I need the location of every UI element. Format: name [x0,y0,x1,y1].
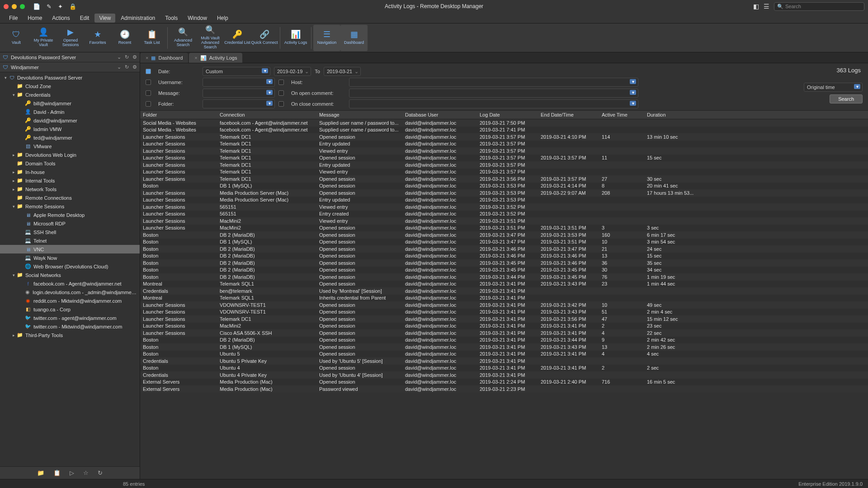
tree-item[interactable]: 🖥VNC [0,245,140,253]
log-row[interactable]: BostonDB 2 (MariaDB)Opened sessiondavid@… [140,267,868,274]
tree-item[interactable]: ▾📁Remote Sessions [0,202,140,211]
log-row[interactable]: BostonUbuntu 5Opened sessiondavid@windja… [140,351,868,358]
dropdown-icon[interactable]: ⌄ [117,54,121,60]
log-row[interactable]: BostonDB 1 (MySQL)Opened sessiondavid@wi… [140,239,868,246]
log-row[interactable]: Social Media - Websitesfacebook.com - Ag… [140,127,868,134]
footer-folder-icon[interactable]: 📁 [37,469,44,476]
tab-dashboard[interactable]: ×▦Dashboard [140,53,188,63]
menu-actions[interactable]: Actions [47,14,74,23]
log-row[interactable]: Launcher SessionsCisco ASA 5506-X SSHOpe… [140,329,868,337]
ribbon-navigation[interactable]: ☰Navigation [313,25,340,51]
tab-close-icon[interactable]: × [146,55,148,61]
ribbon-credential-list[interactable]: 🔑Credential List [224,25,251,51]
log-row[interactable]: MontrealTelemark SQL1Inherits credential… [140,295,868,302]
log-row[interactable]: Credentialsben@telemarkUsed by 'Montreal… [140,287,868,295]
host-field[interactable] [349,78,638,87]
log-row[interactable]: Launcher SessionsMedia Production Server… [140,189,868,197]
tree-twisty[interactable]: ▸ [11,333,16,338]
open-comment-checkbox[interactable] [278,90,284,96]
column-header[interactable]: Active Time [599,112,644,117]
ribbon-vault[interactable]: 🛡Vault [3,25,30,51]
message-checkbox[interactable] [146,90,151,96]
log-row[interactable]: Launcher SessionsVDOWNSRV-TEST1Opened se… [140,301,868,309]
column-header[interactable]: Connection [217,112,316,117]
new-icon[interactable]: 📄 [33,3,40,10]
tree-item[interactable]: 💻Telnet [0,236,140,245]
log-row[interactable]: Launcher Sessions565151Entry createddavi… [140,211,868,218]
log-row[interactable]: BostonDB 1 (MySQL)Opened sessiondavid@wi… [140,343,868,351]
tree-item[interactable]: ffacebook.com - Agent@windjammer.net [0,279,140,288]
tree-item[interactable]: ◧tuango.ca - Corp [0,305,140,314]
tree-item[interactable]: 🔑ted@windjammer [0,133,140,142]
tree-twisty[interactable]: ▾ [11,204,16,209]
log-row[interactable]: BostonDB 2 (MariaDB)Opened sessiondavid@… [140,245,868,253]
tree-twisty[interactable]: ▸ [11,170,16,174]
tree-item[interactable]: 🌐Web Browser (Devolutions Cloud) [0,262,140,271]
host-checkbox[interactable] [278,80,284,85]
minimize-window[interactable] [12,4,17,9]
menu-home[interactable]: Home [23,14,47,23]
username-checkbox[interactable] [146,80,151,85]
log-row[interactable]: Launcher SessionsTelemark DC1Opened sess… [140,133,868,141]
log-row[interactable]: Launcher SessionsTelemark DC1Viewed entr… [140,147,868,155]
column-header[interactable]: Folder [140,112,217,117]
ribbon-task-list[interactable]: 📋Task List [138,25,165,51]
date-checkbox[interactable] [146,69,151,74]
log-row[interactable]: Launcher SessionsMacMini2Opened sessiond… [140,323,868,330]
tree-item[interactable]: 🐦twitter.com - agent@windjammer.com [0,314,140,322]
tree-item[interactable]: ▧VMware [0,142,140,150]
datasource-header[interactable]: 🛡Windjammer⌄↻⚙ [0,62,140,72]
ribbon-recent[interactable]: 🕘Recent [111,25,138,51]
log-row[interactable]: BostonDB 2 (MariaDB)Opened sessiondavid@… [140,259,868,267]
log-row[interactable]: CredentialsUbuntu 4 Private KeyUsed by '… [140,371,868,379]
close-window[interactable] [4,4,9,9]
search-button[interactable]: Search [830,94,863,103]
tree-item[interactable]: 📁Domain Tools [0,159,140,168]
date-to-field[interactable]: 2019-03-21 [324,67,361,76]
ribbon-my-private-vault[interactable]: 👤My Private Vault [30,25,57,51]
tree-item[interactable]: 👤David - Admin [0,108,140,116]
tree-twisty[interactable]: ▾ [11,93,16,97]
date-mode-select[interactable]: Custom [203,67,270,76]
menu-administration[interactable]: Administration [116,14,160,23]
ribbon-activity-logs[interactable]: 📊Activity Logs [282,25,309,51]
ribbon-quick-connect[interactable]: 🔗Quick Connect [251,25,278,51]
tree-item[interactable]: 💻SSH Shell [0,228,140,236]
edit-icon[interactable]: ✎ [47,3,52,10]
tree-twisty[interactable]: ▾ [11,273,16,277]
time-mode-select[interactable]: Original time [804,83,863,92]
folder-checkbox[interactable] [146,101,151,107]
dropdown-icon[interactable]: ⌄ [117,64,121,70]
tree-item[interactable]: 🖥Apple Remote Desktop [0,211,140,219]
folder-field[interactable] [203,99,275,108]
footer-play-icon[interactable]: ▷ [70,469,74,476]
refresh-icon[interactable]: ↻ [125,54,129,60]
ribbon-dashboard[interactable]: ▦Dashboard [340,25,368,51]
log-row[interactable]: Launcher Sessions565151Viewed entrydavid… [140,203,868,211]
log-row[interactable]: Launcher SessionsMedia Production Server… [140,197,868,204]
log-row[interactable]: Launcher SessionsTelemark DC1Opened sess… [140,155,868,162]
tree-item[interactable]: 📁Cloud Zone [0,82,140,90]
column-header[interactable]: Database User [402,112,477,117]
tree-item[interactable]: ▸📁Third-Party Tools [0,331,140,339]
log-row[interactable]: Launcher SessionsMacMini2Opened sessiond… [140,225,868,232]
tree-item[interactable]: 🔑bill@windjammer [0,99,140,108]
log-row[interactable]: Launcher SessionsTelemark DC1Viewed entr… [140,169,868,176]
close-comment-field[interactable] [349,99,638,108]
tree-item[interactable]: ▸📁Devolutions Web Login [0,150,140,159]
tree-item[interactable]: 💻Wayk Now [0,253,140,262]
gear-icon[interactable]: ⚙ [132,64,137,70]
tree-item[interactable]: ◉login.devolutions.com - _admin@windjamm… [0,288,140,296]
tab-activity-logs[interactable]: ×📊Activity Logs [189,53,242,63]
log-row[interactable]: Launcher SessionsMacMini2Viewed entrydav… [140,217,868,225]
log-row[interactable]: Launcher SessionsTelemark DC1Opened sess… [140,315,868,323]
column-header[interactable]: Log Date [477,112,538,117]
footer-star-icon[interactable]: ☆ [83,469,89,476]
tree-item[interactable]: ◉reddit.com - Mktwind@windjammer.com [0,296,140,305]
message-field[interactable] [203,89,275,98]
tree-item[interactable]: ▸📁Network Tools [0,185,140,193]
tree-item[interactable]: 📁Remote Connections [0,193,140,202]
tree-item[interactable]: 🖥Microsoft RDP [0,219,140,228]
footer-refresh-icon[interactable]: ↻ [98,469,103,476]
ribbon-favorites[interactable]: ★Favorites [84,25,111,51]
